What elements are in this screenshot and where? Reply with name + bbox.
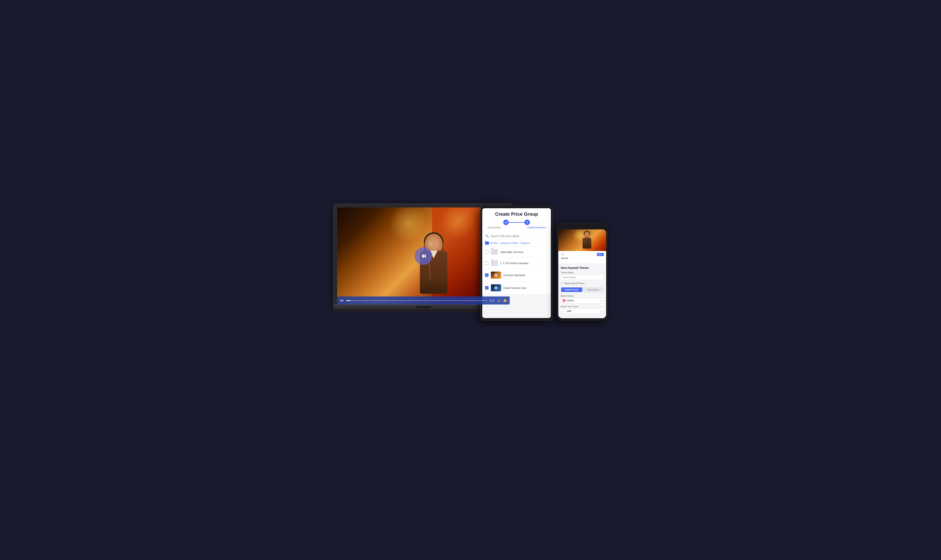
volume-button[interactable]: 🔊: [497, 298, 501, 302]
button-colour-label: Button Colour: [561, 295, 604, 297]
button-colour-input[interactable]: #ff8990 ▼: [561, 298, 604, 303]
button-colour-value: #ff8990: [567, 299, 600, 302]
theme-name-input[interactable]: [561, 274, 604, 280]
video-controls-bar: ⏭ 0:15 🔊 ⏪: [337, 297, 510, 305]
phone-screen: Title BUY Jazznet — New Paywall Theme Th…: [558, 229, 606, 318]
checkmark-icon: [504, 221, 507, 224]
phone-notch: [574, 226, 590, 228]
svg-marker-0: [422, 254, 425, 258]
search-icon: 🔍: [485, 234, 489, 238]
breadcrumb-subfolder[interactable]: Random...: [521, 242, 532, 245]
splash-screen-tab[interactable]: Splash Screen: [561, 288, 582, 292]
breadcrumb-sep-1: ›: [499, 242, 500, 245]
default-theme-label: Make Default Theme: [564, 282, 584, 285]
folder-icon: [491, 260, 498, 266]
chevron-down-icon: ▼: [600, 300, 602, 302]
chevron-down-icon-2: ▼: [600, 310, 602, 312]
file-name-1: Salescaller Services: [500, 251, 548, 254]
file-checkbox-2[interactable]: [485, 262, 489, 265]
step-2-label: Content Selection: [527, 226, 546, 229]
breadcrumb-all-files[interactable]: All Files: [490, 242, 498, 245]
buy-button[interactable]: BUY: [597, 253, 604, 256]
file-checkbox-4[interactable]: ✓: [485, 286, 489, 289]
button-text-colour-label: Button Text Colour: [561, 305, 604, 308]
search-input[interactable]: [490, 234, 548, 238]
paywall-title-label: Title: [561, 254, 564, 256]
step-connector: [509, 222, 524, 223]
paywall-info: Title BUY Jazznet —: [558, 251, 606, 264]
time-display: 0:15: [490, 299, 495, 302]
paywall-title-value: Jazznet: [561, 257, 604, 259]
search-bar: 🔍: [482, 232, 551, 240]
wizard-stepper: 2: [485, 220, 548, 225]
step-1-label: Group Details: [487, 226, 500, 229]
breadcrumb-sep-2: ›: [519, 242, 520, 245]
button-text-colour-value: #ffffff: [567, 310, 600, 312]
paywall-subtitle: —: [561, 260, 604, 262]
phone-notch-bar: [558, 226, 606, 228]
phone-artist-figure: [579, 231, 595, 249]
breadcrumb-folder[interactable]: Johanna's Folder: [500, 242, 518, 245]
screen-tab-row: Splash Screen Login Screen: [561, 287, 604, 292]
thumbnail-play-icon: ▶: [494, 274, 498, 277]
step-1-circle: [503, 220, 509, 225]
play-icon: [420, 252, 427, 260]
file-name-2: C T V15 North Suburban...: [500, 262, 548, 265]
laptop-notch: [416, 306, 431, 308]
colour-swatch-row: #ff8990: [563, 299, 600, 302]
default-theme-row: Make Default Theme: [561, 282, 604, 285]
thumbnail-play-icon-2: ▶: [494, 286, 498, 289]
play-button[interactable]: [415, 247, 432, 265]
progress-fill: [346, 300, 351, 301]
file-name-4: Cable America Corp: [503, 286, 548, 289]
breadcrumb: All Files › Johanna's Folder › Random...: [482, 240, 551, 246]
paywall-title-row: Title BUY: [561, 253, 604, 256]
progress-bar[interactable]: [346, 300, 487, 301]
headphones: [424, 232, 443, 242]
login-screen-tab[interactable]: Login Screen: [582, 288, 603, 292]
file-item: ✓ ▶ Cable America Corp: [482, 282, 551, 294]
file-list: Salescaller Services C T V15 North Subur…: [482, 246, 551, 294]
button-text-colour-input[interactable]: #ffffff ▼: [561, 308, 604, 314]
svg-rect-1: [425, 254, 426, 258]
paywall-theme-section: New Paywall Theme Theme Name Make Defaul…: [558, 264, 606, 318]
folder-icon: [491, 249, 498, 255]
video-thumbnail-2: ▶: [491, 284, 501, 291]
file-checkbox-1[interactable]: [485, 250, 489, 254]
video-thumbnail-1: ▶: [491, 272, 501, 278]
file-item: ✓ ▶ Comcast Sportsnet: [482, 269, 551, 282]
breadcrumb-folder-icon: [485, 242, 489, 245]
file-name-3: Comcast Sportsnet: [503, 274, 548, 277]
file-item: C T V15 North Suburban...: [482, 258, 551, 269]
tablet-header: Create Price Group 2 Group Details Conte…: [482, 208, 551, 232]
create-price-group-title: Create Price Group: [485, 211, 548, 217]
colour-swatch-row-2: #ffffff: [563, 309, 600, 313]
button-text-colour-swatch: [563, 309, 566, 313]
scene: ⏭ 0:15 🔊 ⏪ Create Price Group: [333, 200, 608, 360]
artist-figure: [408, 234, 459, 305]
theme-section-title: New Paywall Theme: [561, 266, 604, 269]
file-item: Salescaller Services: [482, 246, 551, 258]
default-theme-checkbox[interactable]: [561, 282, 563, 285]
phone: Title BUY Jazznet — New Paywall Theme Th…: [557, 223, 608, 321]
file-checkbox-3[interactable]: ✓: [485, 273, 489, 277]
phone-hero-image: [558, 229, 606, 251]
theme-name-label: Theme Name: [561, 271, 604, 274]
button-colour-swatch: [563, 299, 566, 302]
rewind-button[interactable]: ⏪: [503, 299, 507, 302]
skip-forward-button[interactable]: ⏭: [340, 298, 344, 303]
step-2-circle: 2: [524, 220, 530, 225]
step-labels: Group Details Content Selection: [485, 226, 548, 229]
